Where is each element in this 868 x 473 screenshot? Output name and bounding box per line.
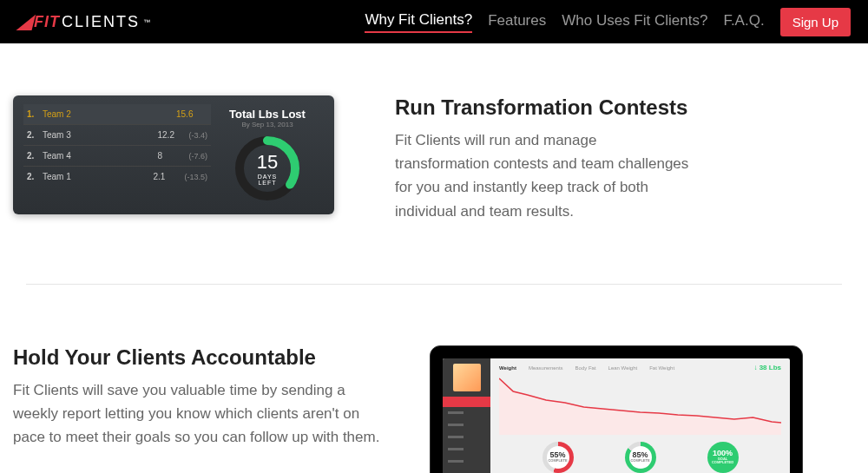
team-diff: (-7.6) xyxy=(188,152,207,161)
nav-why[interactable]: Why Fit Clients? xyxy=(365,11,472,33)
sidebar-item xyxy=(443,445,490,456)
section-heading: Run Transformation Contests xyxy=(395,95,690,120)
section-contests: 1. Team 2 15.6 2. Team 3 12.2 (-3.4) 2. … xyxy=(13,95,855,223)
app-sidebar xyxy=(443,358,490,473)
gauge: 100%GOAL COMPLETED 140 Lbs xyxy=(707,442,739,473)
section-body: Fit Clients will run and manage transfor… xyxy=(395,128,690,223)
team-name: Team 3 xyxy=(43,130,157,140)
imac-mockup: Weight Measurements Body Fat Lean Weight… xyxy=(430,345,803,473)
sidebar-item-active xyxy=(443,397,490,407)
logo-tm: ™ xyxy=(143,18,150,26)
team-row: 1. Team 2 15.6 xyxy=(23,104,211,125)
tab-weight: Weight xyxy=(499,365,516,371)
logo[interactable]: ◢ FIT CLIENTS ™ xyxy=(17,10,150,33)
contest-widget: 1. Team 2 15.6 2. Team 3 12.2 (-3.4) 2. … xyxy=(13,95,334,214)
tab-lean: Lean Weight xyxy=(608,365,638,371)
tab-bodyfat: Body Fat xyxy=(575,365,596,371)
team-rank: 2. xyxy=(27,172,43,181)
nav-features[interactable]: Features xyxy=(488,12,546,32)
team-row: 2. Team 1 2.1 (-13.5) xyxy=(23,167,211,187)
gauge-circle-icon: 55%COMPLETE xyxy=(542,442,574,473)
section-text: Hold Your Clients Accountable Fit Client… xyxy=(13,345,386,450)
imac-screen: Weight Measurements Body Fat Lean Weight… xyxy=(430,345,803,473)
imac-content: Weight Measurements Body Fat Lean Weight… xyxy=(443,358,790,473)
gauge-sub: GOAL COMPLETED xyxy=(712,457,734,464)
contest-date: By Sep 13, 2013 xyxy=(241,121,293,128)
gauge-sub: COMPLETE xyxy=(548,459,567,463)
team-score: 15.6 xyxy=(176,109,202,119)
content: 1. Team 2 15.6 2. Team 3 12.2 (-3.4) 2. … xyxy=(0,43,868,473)
nav-faq[interactable]: F.A.Q. xyxy=(723,12,764,32)
teams-list: 1. Team 2 15.6 2. Team 3 12.2 (-3.4) 2. … xyxy=(23,104,211,206)
days-label: DAYS LEFT xyxy=(250,174,285,186)
app-main: Weight Measurements Body Fat Lean Weight… xyxy=(490,358,790,473)
gauge-circle-icon: 100%GOAL COMPLETED xyxy=(707,442,739,473)
contest-title: Total Lbs Lost xyxy=(229,108,306,121)
main-nav: Why Fit Clients? Features Who Uses Fit C… xyxy=(365,8,851,36)
signup-button[interactable]: Sign Up xyxy=(780,8,851,36)
weight-change-badge: ↓ 38 Lbs xyxy=(753,364,781,371)
section-heading: Hold Your Clients Accountable xyxy=(13,345,386,370)
team-score: 12.2 xyxy=(157,130,183,140)
gauge-circle-icon: 85%COMPLETE xyxy=(625,442,656,473)
days-num: 15 xyxy=(250,151,285,174)
team-rank: 1. xyxy=(27,109,43,119)
team-diff: (-3.4) xyxy=(188,131,207,140)
sidebar-item xyxy=(443,433,490,443)
team-name: Team 2 xyxy=(43,109,176,119)
section-accountable: Hold Your Clients Accountable Fit Client… xyxy=(13,345,855,473)
tab-measurements: Measurements xyxy=(529,365,563,371)
team-row: 2. Team 4 8 (-7.6) xyxy=(23,146,211,167)
section-text: Run Transformation Contests Fit Clients … xyxy=(395,95,690,223)
gauges: 55%COMPLETE 130 Lbs 85%COMPLETE ✖ Lose 2… xyxy=(499,442,781,473)
logo-clients: CLIENTS xyxy=(62,13,140,31)
tab-fat: Fat Weight xyxy=(649,365,674,371)
team-rank: 2. xyxy=(27,151,43,161)
chart-tabs: Weight Measurements Body Fat Lean Weight… xyxy=(499,365,781,371)
sidebar-item xyxy=(443,409,490,419)
logo-fit: FIT xyxy=(34,13,60,31)
divider xyxy=(26,284,842,285)
team-score: 2.1 xyxy=(153,172,179,181)
gauge: 85%COMPLETE ✖ Lose 20 Lbs xyxy=(625,442,656,473)
avatar xyxy=(453,364,481,391)
flame-icon: ◢ xyxy=(17,10,32,33)
gauge: 55%COMPLETE 130 Lbs xyxy=(542,442,574,473)
section-body: Fit Clients will save you valuable time … xyxy=(13,378,386,450)
contest-summary: Total Lbs Lost By Sep 13, 2013 15 DAYS L… xyxy=(211,104,324,206)
sidebar-item xyxy=(443,421,490,431)
days-left-donut: 15 DAYS LEFT xyxy=(233,134,302,203)
header: ◢ FIT CLIENTS ™ Why Fit Clients? Feature… xyxy=(0,0,868,43)
nav-who[interactable]: Who Uses Fit Clients? xyxy=(562,12,707,32)
team-row: 2. Team 3 12.2 (-3.4) xyxy=(23,125,211,146)
team-diff: (-13.5) xyxy=(184,173,207,181)
weight-chart xyxy=(499,374,781,435)
team-rank: 2. xyxy=(27,130,43,140)
team-name: Team 1 xyxy=(43,172,153,181)
team-name: Team 4 xyxy=(43,151,157,161)
gauge-sub: COMPLETE xyxy=(630,459,649,463)
team-score: 8 xyxy=(157,151,183,161)
sidebar-item xyxy=(443,457,490,468)
